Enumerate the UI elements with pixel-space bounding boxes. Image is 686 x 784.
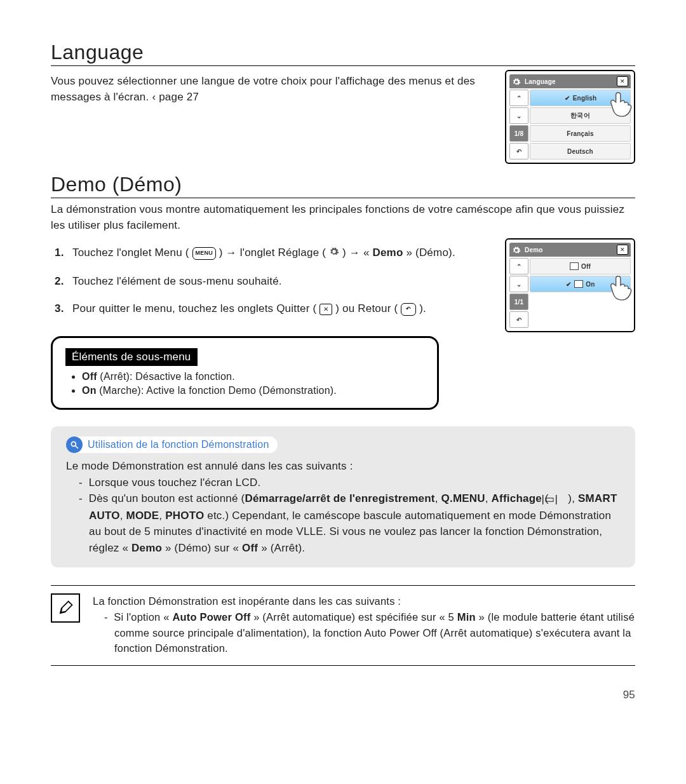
step-1-text-c: ) → « bbox=[342, 247, 373, 259]
close-icon: ✕ bbox=[319, 304, 332, 315]
tip-b2j: , bbox=[120, 510, 126, 522]
warn-bullet-1: - Si l'option « Auto Power Off » (Arrêt … bbox=[93, 609, 635, 656]
submenu-item-off: Off (Arrêt): Désactive la fonction. bbox=[82, 371, 424, 382]
step-2: Touchez l'élément de sous-menu souhaité. bbox=[51, 273, 490, 290]
nav-up-button[interactable]: ⌃ bbox=[509, 90, 528, 106]
tip-b2c: , bbox=[435, 492, 441, 504]
language-menu-title: Language bbox=[525, 78, 556, 85]
language-option-label: Deutsch bbox=[567, 148, 593, 155]
warn-line-1: La fonction Démonstration est inopérante… bbox=[93, 593, 635, 609]
step-3-text-a: Pour quitter le menu, touchez les onglet… bbox=[72, 302, 319, 314]
submenu-off-paren: (Arrêt) bbox=[97, 371, 130, 382]
tip-b2q: Off bbox=[242, 542, 258, 554]
step-1-demo-word: Demo bbox=[372, 247, 403, 259]
page-ref: page 27 bbox=[159, 91, 199, 103]
tip-b2f: Affichage bbox=[492, 492, 542, 504]
tip-pill: Utilisation de la fonction Démonstration bbox=[66, 436, 278, 453]
language-menu-screenshot: Language ✕ ⌃ ⌄ 1/8 ↶ ✔ English 한국어 Franç… bbox=[505, 70, 635, 164]
language-option-label: Français bbox=[567, 130, 594, 137]
tip-title: Utilisation de la fonction Démonstration bbox=[88, 437, 269, 452]
demo-intro: La démonstration vous montre automatique… bbox=[51, 202, 635, 233]
close-icon[interactable]: ✕ bbox=[617, 76, 628, 86]
language-intro-text: Vous pouvez sélectionner une langue de v… bbox=[51, 75, 475, 103]
tip-b2a: Dès qu'un bouton est actionné ( bbox=[89, 492, 245, 504]
camcorder-icon bbox=[574, 280, 583, 288]
tip-b2k: MODE bbox=[126, 510, 159, 522]
demo-menu-title: Demo bbox=[525, 247, 543, 253]
language-menu-titlebar: Language ✕ bbox=[509, 74, 631, 88]
demo-option-label: On bbox=[586, 281, 595, 288]
submenu-on-paren: (Marche) bbox=[97, 385, 141, 396]
nav-down-button[interactable]: ⌄ bbox=[509, 276, 528, 292]
step-1-text: Touchez l'onglet Menu ( bbox=[72, 247, 192, 259]
back-icon: ↶ bbox=[401, 303, 416, 316]
step-3-text-c: ). bbox=[419, 302, 426, 314]
language-option-label: 한국어 bbox=[570, 111, 590, 120]
menu-chip-icon: MENU bbox=[192, 247, 216, 260]
submenu-on-bold: On bbox=[82, 385, 97, 396]
submenu-off-bold: Off bbox=[82, 371, 97, 382]
warn-b1c: » (Arrêt automatique) est spécifiée sur … bbox=[250, 611, 457, 623]
magnifier-icon bbox=[66, 436, 83, 453]
gear-icon bbox=[512, 77, 521, 86]
page-number: 95 bbox=[51, 689, 635, 701]
demo-menu-titlebar: Demo ✕ bbox=[509, 243, 631, 257]
language-option-deutsch[interactable]: Deutsch bbox=[530, 143, 631, 159]
section-demo-title: Demo (Démo) bbox=[51, 173, 635, 198]
tip-b2d: Q.MENU bbox=[441, 492, 485, 504]
page-indicator: 1/8 bbox=[509, 125, 528, 142]
step-3: Pour quitter le menu, touchez les onglet… bbox=[51, 301, 490, 317]
back-button[interactable]: ↶ bbox=[509, 143, 528, 159]
hand-icon bbox=[607, 89, 636, 118]
back-button[interactable]: ↶ bbox=[509, 311, 528, 328]
warning-block: La fonction Démonstration est inopérante… bbox=[51, 585, 635, 666]
tip-b2o: Demo bbox=[131, 542, 162, 554]
submenu-heading: Éléments de sous-menu bbox=[65, 348, 198, 366]
step-3-text-b: ) ou Retour ( bbox=[335, 302, 401, 314]
tip-line-1: Le mode Démonstration est annulé dans le… bbox=[66, 458, 620, 475]
check-icon: ✔ bbox=[565, 281, 572, 287]
warn-b1d: Min bbox=[457, 611, 476, 623]
gear-icon bbox=[512, 245, 521, 254]
tip-b2e: , bbox=[485, 492, 492, 504]
demo-option-label: Off bbox=[581, 263, 591, 270]
svg-line-1 bbox=[76, 446, 78, 449]
step-1-text-e: » (Démo). bbox=[406, 247, 455, 259]
language-intro: Vous pouvez sélectionner une langue de v… bbox=[51, 74, 490, 105]
warn-b1b: Auto Power Off bbox=[172, 611, 250, 623]
step-1-text-b: ) → l'onglet Réglage ( bbox=[219, 247, 326, 259]
language-option-francais[interactable]: Français bbox=[530, 125, 631, 142]
close-icon[interactable]: ✕ bbox=[617, 245, 628, 255]
tip-b2m: PHOTO bbox=[165, 510, 204, 522]
page-ref-symbol: ‹ bbox=[152, 91, 156, 103]
tip-bullet-1-text: Lorsque vous touchez l'écran LCD. bbox=[89, 476, 261, 489]
language-option-label: English bbox=[573, 95, 597, 102]
display-icon: |▭| bbox=[552, 491, 565, 508]
demo-menu-screenshot: Demo ✕ ⌃ ⌄ 1/1 ↶ Off ✔ On bbox=[505, 238, 635, 332]
note-icon bbox=[51, 593, 80, 623]
tip-bullet-2: - Dès qu'un bouton est actionné (Démarra… bbox=[66, 490, 620, 556]
gear-icon bbox=[329, 245, 339, 262]
check-icon: ✔ bbox=[564, 95, 570, 101]
tip-b2r: » (Arrêt). bbox=[258, 542, 305, 554]
tip-b2b: Démarrage/arrêt de l'enregistrement bbox=[245, 492, 434, 504]
page-indicator: 1/1 bbox=[509, 294, 528, 310]
nav-up-button[interactable]: ⌃ bbox=[509, 258, 528, 274]
tip-b2h: ), bbox=[565, 492, 578, 504]
nav-down-button[interactable]: ⌄ bbox=[509, 107, 528, 124]
tip-panel: Utilisation de la fonction Démonstration… bbox=[51, 426, 635, 567]
tip-b2l: , bbox=[159, 510, 165, 522]
submenu-box: Éléments de sous-menu Off (Arrêt): Désac… bbox=[51, 336, 439, 410]
section-language-title: Language bbox=[51, 41, 635, 66]
hand-icon bbox=[607, 273, 636, 302]
demo-steps: Touchez l'onglet Menu ( MENU ) → l'ongle… bbox=[51, 245, 490, 316]
warn-b1a: Si l'option « bbox=[114, 611, 172, 623]
tip-bullet-1: - Lorsque vous touchez l'écran LCD. bbox=[66, 475, 620, 491]
submenu-item-on: On (Marche): Active la fonction Demo (Dé… bbox=[82, 385, 424, 396]
submenu-off-rest: : Désactive la fonction. bbox=[130, 371, 235, 382]
submenu-on-rest: : Active la fonction Demo (Démonstration… bbox=[141, 385, 337, 396]
camcorder-icon bbox=[570, 262, 579, 270]
step-1: Touchez l'onglet Menu ( MENU ) → l'ongle… bbox=[51, 245, 490, 261]
tip-b2p: » (Démo) sur « bbox=[162, 542, 242, 554]
